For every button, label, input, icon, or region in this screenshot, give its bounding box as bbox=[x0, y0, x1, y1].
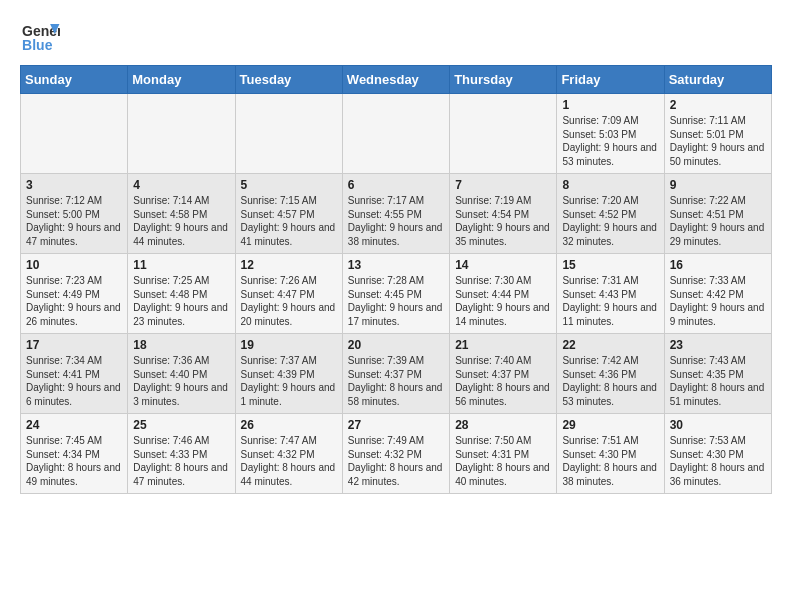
day-info: Sunrise: 7:33 AM Sunset: 4:42 PM Dayligh… bbox=[670, 274, 766, 328]
day-info: Sunrise: 7:19 AM Sunset: 4:54 PM Dayligh… bbox=[455, 194, 551, 248]
day-number: 24 bbox=[26, 418, 122, 432]
day-number: 5 bbox=[241, 178, 337, 192]
day-number: 2 bbox=[670, 98, 766, 112]
header-day-thursday: Thursday bbox=[450, 66, 557, 94]
day-number: 13 bbox=[348, 258, 444, 272]
day-info: Sunrise: 7:36 AM Sunset: 4:40 PM Dayligh… bbox=[133, 354, 229, 408]
logo-icon: General Blue bbox=[20, 20, 60, 55]
calendar-cell: 6Sunrise: 7:17 AM Sunset: 4:55 PM Daylig… bbox=[342, 174, 449, 254]
calendar-cell: 19Sunrise: 7:37 AM Sunset: 4:39 PM Dayli… bbox=[235, 334, 342, 414]
day-number: 18 bbox=[133, 338, 229, 352]
day-info: Sunrise: 7:40 AM Sunset: 4:37 PM Dayligh… bbox=[455, 354, 551, 408]
calendar-cell: 28Sunrise: 7:50 AM Sunset: 4:31 PM Dayli… bbox=[450, 414, 557, 494]
day-info: Sunrise: 7:34 AM Sunset: 4:41 PM Dayligh… bbox=[26, 354, 122, 408]
day-info: Sunrise: 7:25 AM Sunset: 4:48 PM Dayligh… bbox=[133, 274, 229, 328]
day-info: Sunrise: 7:14 AM Sunset: 4:58 PM Dayligh… bbox=[133, 194, 229, 248]
day-info: Sunrise: 7:15 AM Sunset: 4:57 PM Dayligh… bbox=[241, 194, 337, 248]
day-info: Sunrise: 7:22 AM Sunset: 4:51 PM Dayligh… bbox=[670, 194, 766, 248]
day-info: Sunrise: 7:43 AM Sunset: 4:35 PM Dayligh… bbox=[670, 354, 766, 408]
calendar-cell: 23Sunrise: 7:43 AM Sunset: 4:35 PM Dayli… bbox=[664, 334, 771, 414]
logo: General Blue bbox=[20, 20, 62, 55]
day-info: Sunrise: 7:50 AM Sunset: 4:31 PM Dayligh… bbox=[455, 434, 551, 488]
day-info: Sunrise: 7:12 AM Sunset: 5:00 PM Dayligh… bbox=[26, 194, 122, 248]
day-number: 30 bbox=[670, 418, 766, 432]
day-number: 1 bbox=[562, 98, 658, 112]
calendar-cell: 13Sunrise: 7:28 AM Sunset: 4:45 PM Dayli… bbox=[342, 254, 449, 334]
day-number: 25 bbox=[133, 418, 229, 432]
header-day-wednesday: Wednesday bbox=[342, 66, 449, 94]
day-info: Sunrise: 7:23 AM Sunset: 4:49 PM Dayligh… bbox=[26, 274, 122, 328]
day-number: 28 bbox=[455, 418, 551, 432]
day-number: 9 bbox=[670, 178, 766, 192]
day-number: 19 bbox=[241, 338, 337, 352]
day-number: 26 bbox=[241, 418, 337, 432]
calendar-cell: 7Sunrise: 7:19 AM Sunset: 4:54 PM Daylig… bbox=[450, 174, 557, 254]
calendar-cell: 16Sunrise: 7:33 AM Sunset: 4:42 PM Dayli… bbox=[664, 254, 771, 334]
header-day-sunday: Sunday bbox=[21, 66, 128, 94]
calendar-cell: 27Sunrise: 7:49 AM Sunset: 4:32 PM Dayli… bbox=[342, 414, 449, 494]
header-day-friday: Friday bbox=[557, 66, 664, 94]
calendar-cell: 29Sunrise: 7:51 AM Sunset: 4:30 PM Dayli… bbox=[557, 414, 664, 494]
week-row-5: 24Sunrise: 7:45 AM Sunset: 4:34 PM Dayli… bbox=[21, 414, 772, 494]
svg-text:Blue: Blue bbox=[22, 37, 53, 53]
day-info: Sunrise: 7:28 AM Sunset: 4:45 PM Dayligh… bbox=[348, 274, 444, 328]
calendar-cell: 8Sunrise: 7:20 AM Sunset: 4:52 PM Daylig… bbox=[557, 174, 664, 254]
day-number: 23 bbox=[670, 338, 766, 352]
calendar-cell bbox=[235, 94, 342, 174]
day-info: Sunrise: 7:53 AM Sunset: 4:30 PM Dayligh… bbox=[670, 434, 766, 488]
day-number: 21 bbox=[455, 338, 551, 352]
day-info: Sunrise: 7:42 AM Sunset: 4:36 PM Dayligh… bbox=[562, 354, 658, 408]
day-number: 20 bbox=[348, 338, 444, 352]
header-day-tuesday: Tuesday bbox=[235, 66, 342, 94]
day-number: 4 bbox=[133, 178, 229, 192]
day-info: Sunrise: 7:37 AM Sunset: 4:39 PM Dayligh… bbox=[241, 354, 337, 408]
day-number: 22 bbox=[562, 338, 658, 352]
day-info: Sunrise: 7:49 AM Sunset: 4:32 PM Dayligh… bbox=[348, 434, 444, 488]
calendar-cell: 18Sunrise: 7:36 AM Sunset: 4:40 PM Dayli… bbox=[128, 334, 235, 414]
calendar-cell: 17Sunrise: 7:34 AM Sunset: 4:41 PM Dayli… bbox=[21, 334, 128, 414]
page-header: General Blue bbox=[20, 20, 772, 55]
day-number: 11 bbox=[133, 258, 229, 272]
calendar-header-row: SundayMondayTuesdayWednesdayThursdayFrid… bbox=[21, 66, 772, 94]
day-number: 29 bbox=[562, 418, 658, 432]
day-number: 14 bbox=[455, 258, 551, 272]
calendar-cell: 21Sunrise: 7:40 AM Sunset: 4:37 PM Dayli… bbox=[450, 334, 557, 414]
calendar-cell: 15Sunrise: 7:31 AM Sunset: 4:43 PM Dayli… bbox=[557, 254, 664, 334]
day-info: Sunrise: 7:46 AM Sunset: 4:33 PM Dayligh… bbox=[133, 434, 229, 488]
day-number: 27 bbox=[348, 418, 444, 432]
day-number: 8 bbox=[562, 178, 658, 192]
calendar-cell: 26Sunrise: 7:47 AM Sunset: 4:32 PM Dayli… bbox=[235, 414, 342, 494]
day-number: 12 bbox=[241, 258, 337, 272]
calendar-cell bbox=[21, 94, 128, 174]
day-info: Sunrise: 7:51 AM Sunset: 4:30 PM Dayligh… bbox=[562, 434, 658, 488]
calendar-cell: 30Sunrise: 7:53 AM Sunset: 4:30 PM Dayli… bbox=[664, 414, 771, 494]
week-row-4: 17Sunrise: 7:34 AM Sunset: 4:41 PM Dayli… bbox=[21, 334, 772, 414]
day-info: Sunrise: 7:47 AM Sunset: 4:32 PM Dayligh… bbox=[241, 434, 337, 488]
calendar-cell: 24Sunrise: 7:45 AM Sunset: 4:34 PM Dayli… bbox=[21, 414, 128, 494]
day-info: Sunrise: 7:09 AM Sunset: 5:03 PM Dayligh… bbox=[562, 114, 658, 168]
day-number: 6 bbox=[348, 178, 444, 192]
calendar-cell: 1Sunrise: 7:09 AM Sunset: 5:03 PM Daylig… bbox=[557, 94, 664, 174]
calendar-cell: 22Sunrise: 7:42 AM Sunset: 4:36 PM Dayli… bbox=[557, 334, 664, 414]
day-info: Sunrise: 7:11 AM Sunset: 5:01 PM Dayligh… bbox=[670, 114, 766, 168]
calendar-cell bbox=[128, 94, 235, 174]
calendar-cell: 11Sunrise: 7:25 AM Sunset: 4:48 PM Dayli… bbox=[128, 254, 235, 334]
day-number: 7 bbox=[455, 178, 551, 192]
week-row-1: 1Sunrise: 7:09 AM Sunset: 5:03 PM Daylig… bbox=[21, 94, 772, 174]
calendar-cell: 10Sunrise: 7:23 AM Sunset: 4:49 PM Dayli… bbox=[21, 254, 128, 334]
day-info: Sunrise: 7:20 AM Sunset: 4:52 PM Dayligh… bbox=[562, 194, 658, 248]
day-info: Sunrise: 7:31 AM Sunset: 4:43 PM Dayligh… bbox=[562, 274, 658, 328]
day-number: 3 bbox=[26, 178, 122, 192]
calendar-table: SundayMondayTuesdayWednesdayThursdayFrid… bbox=[20, 65, 772, 494]
calendar-cell: 20Sunrise: 7:39 AM Sunset: 4:37 PM Dayli… bbox=[342, 334, 449, 414]
calendar-cell: 12Sunrise: 7:26 AM Sunset: 4:47 PM Dayli… bbox=[235, 254, 342, 334]
day-number: 17 bbox=[26, 338, 122, 352]
day-info: Sunrise: 7:39 AM Sunset: 4:37 PM Dayligh… bbox=[348, 354, 444, 408]
calendar-cell: 5Sunrise: 7:15 AM Sunset: 4:57 PM Daylig… bbox=[235, 174, 342, 254]
calendar-cell bbox=[342, 94, 449, 174]
week-row-2: 3Sunrise: 7:12 AM Sunset: 5:00 PM Daylig… bbox=[21, 174, 772, 254]
header-day-monday: Monday bbox=[128, 66, 235, 94]
calendar-cell: 14Sunrise: 7:30 AM Sunset: 4:44 PM Dayli… bbox=[450, 254, 557, 334]
calendar-cell: 25Sunrise: 7:46 AM Sunset: 4:33 PM Dayli… bbox=[128, 414, 235, 494]
day-number: 16 bbox=[670, 258, 766, 272]
